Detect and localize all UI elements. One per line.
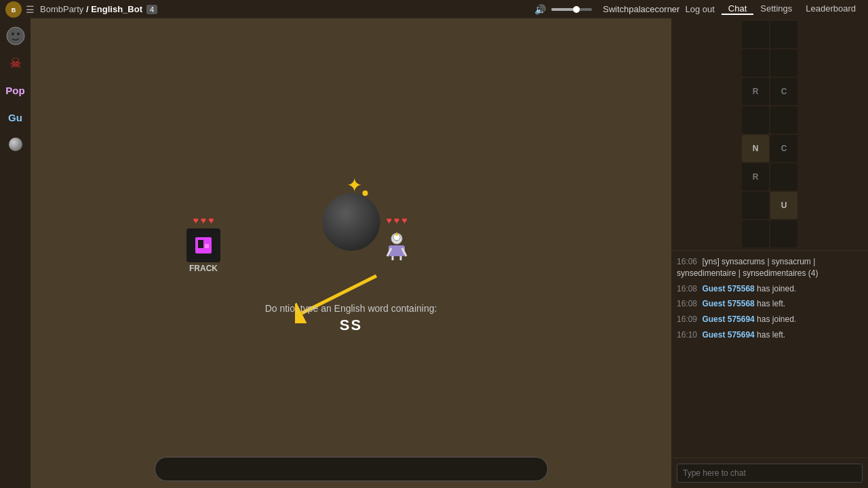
- slot-16[interactable]: [770, 220, 797, 247]
- breadcrumb-child: English_Bot: [91, 4, 142, 14]
- heart-1: ♥: [193, 215, 199, 226]
- chat-msg-3: 16:08 Guest 575568 has left.: [677, 298, 863, 310]
- player-left-avatar: [186, 228, 220, 262]
- breadcrumb-parent[interactable]: BombParty: [40, 4, 83, 14]
- slot-11[interactable]: R: [742, 163, 769, 190]
- slot-5[interactable]: R: [742, 78, 769, 105]
- slot-15[interactable]: [742, 220, 769, 247]
- bomb-body-wrapper: [322, 193, 380, 251]
- sidebar-item-pop[interactable]: Pop: [3, 78, 28, 102]
- menu-icon[interactable]: ☰: [26, 4, 35, 15]
- main-area: ☠ Pop Gu ♥ ♥ ♥: [0, 18, 868, 488]
- heart-r1: ♥: [387, 215, 392, 226]
- heart-2: ♥: [201, 215, 206, 226]
- svg-point-3: [12, 33, 14, 35]
- svg-point-2: [7, 27, 24, 45]
- player-right-hearts: ♥ ♥ ♥: [387, 215, 408, 226]
- pop-label: Pop: [5, 85, 24, 96]
- topbar: B ☰ BombParty / English_Bot 4 🔊 Switchpa…: [0, 0, 868, 18]
- slot-6[interactable]: C: [770, 78, 797, 105]
- svg-point-4: [17, 33, 20, 35]
- nav-leaderboard[interactable]: Leaderboard: [799, 3, 863, 15]
- breadcrumb: BombParty / English_Bot: [40, 4, 142, 14]
- top-nav: Chat Settings Leaderboard: [722, 3, 863, 15]
- word-input[interactable]: [155, 457, 548, 481]
- chat-panel: 16:06 [yns] synsacrums | synsacrum | syn…: [671, 250, 868, 488]
- player-left-name: FRACK: [189, 264, 218, 273]
- slot-10[interactable]: C: [770, 135, 797, 162]
- slot-3[interactable]: [742, 49, 769, 77]
- slot-14[interactable]: U: [770, 192, 797, 219]
- prompt-word: SS: [265, 317, 437, 334]
- player-slots-grid: R C N C R U: [671, 18, 868, 250]
- chat-msg-1: 16:06 [yns] synsacrums | synsacrum | syn…: [677, 256, 863, 279]
- word-input-container: [155, 457, 548, 481]
- player-left-hearts: ♥ ♥ ♥: [193, 215, 214, 226]
- right-panel: R C N C R U 16:06 [yns] synsacrums | syn: [671, 18, 868, 488]
- sidebar-item-face[interactable]: [3, 24, 28, 48]
- chat-msg-4: 16:09 Guest 575694 has joined.: [677, 314, 863, 325]
- sidebar-ball-container: [9, 135, 22, 154]
- sidebar: ☠ Pop Gu: [0, 18, 31, 488]
- prompt-instruction: Do ntio, type an English word containing…: [265, 303, 437, 314]
- heart-r2: ♥: [394, 215, 399, 226]
- bomb-body: [322, 193, 380, 251]
- player-left: ♥ ♥ ♥ FRACK: [186, 215, 220, 273]
- logout-link[interactable]: Log out: [685, 4, 714, 14]
- nav-chat[interactable]: Chat: [722, 3, 753, 15]
- slot-13[interactable]: [742, 192, 769, 219]
- svg-rect-7: [198, 240, 203, 248]
- heart-r3: ♥: [401, 215, 407, 226]
- chat-msg-2: 16:08 Guest 575568 has joined.: [677, 283, 863, 295]
- sidebar-item-ball[interactable]: [9, 138, 22, 151]
- volume-slider[interactable]: [551, 8, 592, 11]
- slot-8[interactable]: [770, 106, 797, 134]
- heart-3: ♥: [208, 215, 214, 226]
- slot-7[interactable]: [742, 106, 769, 134]
- svg-rect-8: [205, 244, 209, 248]
- gu-label: Gu: [8, 112, 22, 123]
- fuse-dot: [362, 190, 368, 196]
- game-area: ♥ ♥ ♥ FRACK ✦: [31, 18, 671, 488]
- volume-control[interactable]: 🔊: [534, 4, 595, 15]
- svg-text:B: B: [12, 7, 16, 14]
- nav-settings[interactable]: Settings: [753, 3, 799, 15]
- sidebar-item-gu[interactable]: Gu: [3, 105, 28, 129]
- chat-messages: 16:06 [yns] synsacrums | synsacrum | syn…: [671, 251, 868, 458]
- logo: B: [5, 1, 22, 18]
- slot-12[interactable]: [770, 163, 797, 190]
- sidebar-item-skull[interactable]: ☠: [3, 51, 28, 75]
- skull-icon: ☠: [9, 55, 22, 71]
- slot-4[interactable]: [770, 49, 797, 77]
- player-right: ♥ ♥ ♥: [380, 215, 414, 262]
- prompt-area: Do ntio, type an English word containing…: [265, 303, 437, 334]
- bomb: ✦: [322, 174, 380, 251]
- slot-2[interactable]: [770, 21, 797, 48]
- chat-msg-5: 16:10 Guest 575694 has left.: [677, 329, 863, 341]
- player-count-badge: 4: [146, 5, 157, 14]
- volume-icon: 🔊: [534, 4, 546, 15]
- chat-input-area: [671, 458, 868, 488]
- player-right-avatar: [380, 228, 414, 262]
- chat-input[interactable]: [677, 464, 863, 483]
- slot-1[interactable]: [742, 21, 769, 48]
- username: Switchpalacecorner: [603, 4, 679, 14]
- slot-9[interactable]: N: [742, 135, 769, 162]
